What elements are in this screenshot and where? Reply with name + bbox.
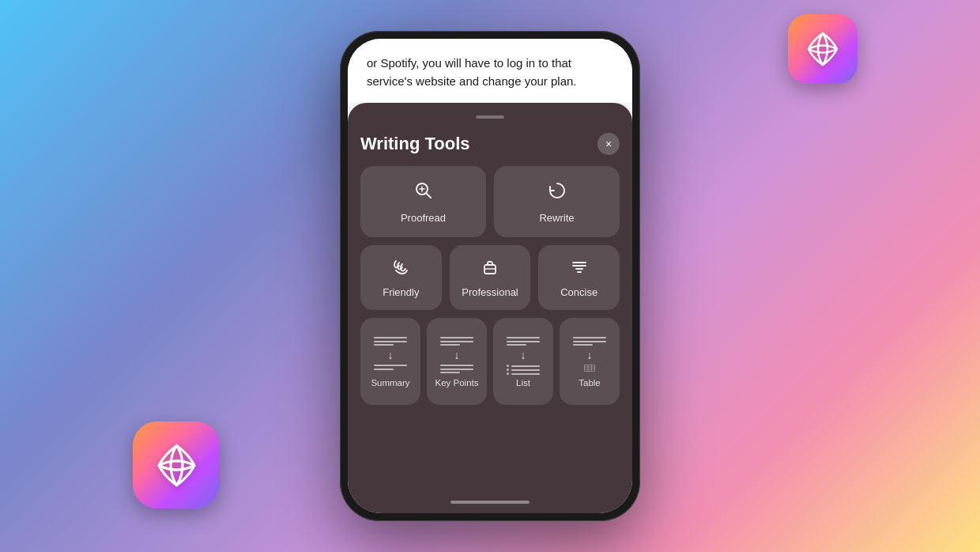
panel-handle [476,115,504,119]
bottom-bar [348,494,632,513]
list-button[interactable]: ↓ List [493,318,553,405]
list-arrow-icon: ↓ [521,349,526,361]
phone-screen: or Spotify, you will have to log in to t… [348,39,632,513]
table-grid-icon [574,365,605,372]
proofread-button[interactable]: Proofread [360,166,486,237]
panel-title: Writing Tools [360,134,470,154]
key-points-label: Key Points [435,378,479,388]
rewrite-label: Rewrite [539,212,574,224]
proofread-label: Proofread [401,212,446,224]
table-button[interactable]: ↓ Table [560,318,620,405]
proofread-icon [413,180,434,204]
keypoints-doc-icon: ↓ [435,337,479,372]
summary-doc-icon: ↓ [368,337,413,372]
text-content-area: or Spotify, you will have to log in to t… [348,39,632,103]
medium-tools-row: Friendly Professional [360,245,620,310]
table-doc-icon: ↓ [567,337,612,372]
friendly-label: Friendly [383,286,419,298]
friendly-button[interactable]: Friendly [360,245,442,310]
professional-label: Professional [462,286,518,298]
friendly-icon [391,258,410,280]
writing-tools-panel: Writing Tools × Proofread [348,103,632,494]
svg-line-1 [426,193,431,198]
summary-arrow-icon: ↓ [388,349,394,361]
close-button[interactable]: × [597,133,620,155]
large-tools-row: Proofread Rewrite [360,166,620,237]
panel-header: Writing Tools × [360,133,620,155]
professional-button[interactable]: Professional [450,245,531,310]
list-label: List [516,378,530,388]
key-points-button[interactable]: ↓ Key Points [427,318,487,405]
phone-frame: or Spotify, you will have to log in to t… [340,31,640,521]
concise-icon [570,258,589,280]
rewrite-button[interactable]: Rewrite [494,166,620,237]
summary-button[interactable]: ↓ Summary [360,318,420,405]
rewrite-icon [547,180,567,204]
article-text: or Spotify, you will have to log in to t… [367,55,613,90]
summary-label: Summary [371,378,409,388]
keypoints-arrow-icon: ↓ [454,349,460,361]
svg-rect-10 [584,365,594,371]
concise-button[interactable]: Concise [538,245,620,310]
concise-label: Concise [560,286,597,298]
home-indicator [450,501,530,504]
table-label: Table [579,378,601,388]
small-tools-row: ↓ Summary [360,318,620,405]
apple-intelligence-badge-top [788,14,858,84]
apple-intelligence-badge-bottom [133,422,220,509]
professional-icon [481,258,499,280]
table-arrow-icon: ↓ [587,349,593,361]
list-doc-icon: ↓ [501,337,545,372]
